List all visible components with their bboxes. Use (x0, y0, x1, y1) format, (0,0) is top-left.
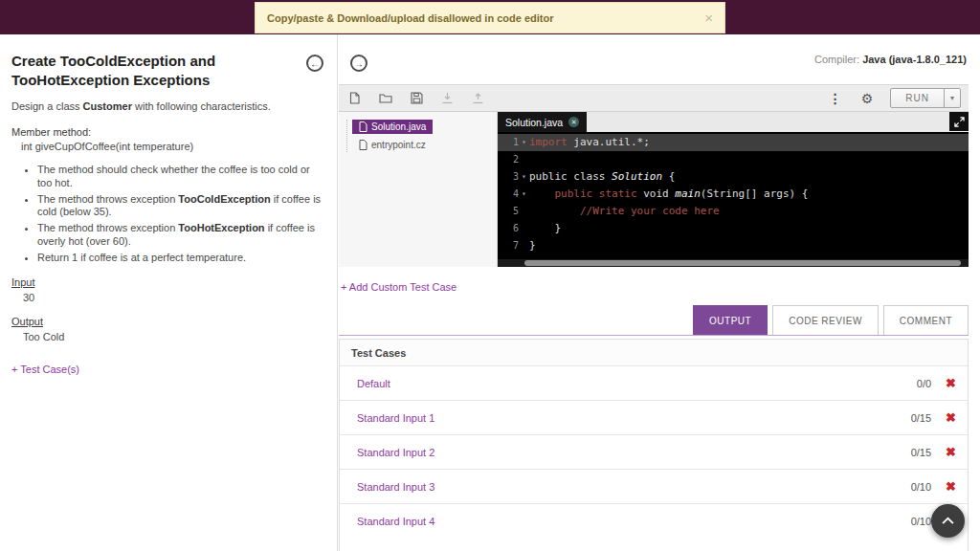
download-icon[interactable] (441, 92, 454, 104)
member-method-signature: int giveCupOfCoffee(int temperature) (21, 141, 323, 152)
test-case-link[interactable]: Standard Input 2 (357, 447, 434, 458)
code-line[interactable]: 2 (498, 151, 969, 168)
collapse-panel-right-icon[interactable]: → (350, 55, 368, 72)
test-case-score: 0/10 (911, 516, 931, 527)
fold-caret-icon[interactable]: ▾ (519, 168, 529, 186)
line-number: 6 (498, 220, 519, 237)
editor-panel: → Compiler: Java (java-1.8.0_121) ⋮ (339, 34, 980, 551)
output-value: Too Cold (23, 331, 323, 342)
test-case-list: Default0/0✖Standard Input 10/15✖Standard… (340, 365, 968, 538)
test-case-row[interactable]: Standard Input 10/15✖ (340, 400, 968, 434)
code-line[interactable]: 3▾public class Solution { (498, 168, 969, 186)
test-case-link[interactable]: Standard Input 4 (357, 516, 434, 527)
editor-toolbar: ⋮ ⚙ RUN ▾ (339, 84, 969, 112)
test-case-row[interactable]: Default0/0✖ (340, 365, 968, 400)
file-tree: Solution.java entrypoint.cz (339, 112, 498, 267)
test-case-score: 0/15 (911, 412, 931, 424)
line-number: 1 (498, 134, 519, 151)
code-text: import java.util.*; (529, 134, 650, 151)
fail-icon: ✖ (946, 377, 956, 389)
compiler-value: Java (java-1.8.0_121) (862, 54, 967, 65)
settings-gear-icon[interactable]: ⚙ (861, 91, 874, 106)
fold-spacer (519, 220, 529, 237)
run-dropdown-caret-icon[interactable]: ▾ (944, 89, 960, 107)
file-item-entrypoint[interactable]: entrypoint.cz (352, 138, 433, 152)
line-number: 3 (498, 168, 519, 186)
line-number: 5 (498, 203, 519, 220)
code-line[interactable]: 6 } (498, 220, 969, 237)
fullscreen-icon[interactable] (949, 112, 969, 131)
fold-spacer (519, 203, 529, 220)
bullet-item: Return 1 if coffee is at a perfect tempe… (37, 252, 323, 265)
collapse-panel-left-icon[interactable]: ← (306, 55, 323, 72)
code-line[interactable]: 5 //Write your code here (498, 203, 969, 220)
code-line[interactable]: 1▾import java.util.*; (498, 134, 969, 151)
editor-workspace: Solution.java entrypoint.cz Solution.jav… (339, 112, 969, 267)
code-text: } (529, 220, 561, 237)
tab-output[interactable]: OUTPUT (693, 305, 768, 335)
test-case-link[interactable]: Standard Input 1 (357, 412, 434, 424)
kebab-menu-icon[interactable]: ⋮ (829, 91, 842, 106)
code-text: } (529, 237, 536, 254)
file-icon (359, 121, 368, 132)
test-case-row[interactable]: Standard Input 30/10✖ (340, 469, 968, 503)
problem-intro: Design a class Customer with following c… (11, 100, 323, 112)
run-button-label[interactable]: RUN (891, 93, 944, 103)
test-case-row[interactable]: Standard Input 20/15✖ (340, 434, 968, 469)
tab-comment[interactable]: COMMENT (883, 305, 969, 335)
test-case-score: 0/10 (911, 481, 931, 493)
input-label: Input (11, 276, 323, 288)
code-lines[interactable]: 1▾import java.util.*;23▾public class Sol… (498, 132, 969, 259)
notification-banner: Copy/paste & Download/upload disallowed … (255, 2, 725, 33)
bullet-item: The method throws exception TooHotExcept… (37, 222, 323, 249)
file-name: entrypoint.cz (371, 140, 426, 150)
input-value: 30 (23, 292, 323, 303)
tab-code-review[interactable]: CODE REVIEW (772, 305, 879, 335)
code-text: public static void main(String[] args) { (529, 186, 808, 203)
new-file-icon[interactable] (348, 92, 361, 104)
member-method-label: Member method: (11, 126, 323, 138)
member-method-block: Member method: int giveCupOfCoffee(int t… (11, 126, 323, 152)
fail-icon: ✖ (946, 480, 956, 493)
code-text: //Write your code here (529, 203, 720, 220)
test-case-row[interactable]: Standard Input 40/10✖ (340, 503, 968, 538)
fold-spacer (519, 151, 529, 168)
fail-icon: ✖ (946, 411, 956, 424)
editor-tab-label: Solution.java (505, 117, 563, 128)
file-item-solution[interactable]: Solution.java (352, 120, 433, 134)
save-icon[interactable] (411, 92, 423, 104)
code-line[interactable]: 7} (498, 237, 969, 254)
fold-caret-icon[interactable]: ▾ (519, 134, 529, 151)
compiler-label: Compiler: (814, 54, 862, 65)
open-folder-icon[interactable] (379, 92, 392, 104)
code-editor: Solution.java ✕ 1▾import java.util.*;23▾… (498, 112, 969, 267)
run-button[interactable]: RUN ▾ (890, 88, 961, 108)
fold-spacer (519, 237, 529, 254)
test-case-link[interactable]: Standard Input 3 (357, 481, 434, 493)
output-tab-bar: OUTPUT CODE REVIEW COMMENT (339, 305, 969, 336)
file-name: Solution.java (371, 121, 426, 132)
fold-caret-icon[interactable]: ▾ (519, 186, 529, 203)
test-case-score: 0/0 (917, 378, 931, 389)
test-cases-link[interactable]: + Test Case(s) (11, 364, 323, 375)
editor-hscrollbar[interactable] (498, 259, 969, 267)
tab-close-icon[interactable]: ✕ (568, 117, 579, 127)
editor-tab[interactable]: Solution.java ✕ (498, 112, 587, 132)
add-custom-test-case-link[interactable]: + Add Custom Test Case (341, 281, 969, 293)
line-number: 4 (498, 186, 519, 203)
code-line[interactable]: 4▾ public static void main(String[] args… (498, 186, 969, 203)
close-icon[interactable]: × (704, 11, 713, 25)
test-case-link[interactable]: Default (357, 378, 390, 389)
compiler-info: Compiler: Java (java-1.8.0_121) (814, 54, 967, 65)
line-number: 7 (498, 237, 519, 254)
assessment-page: Copy/paste & Download/upload disallowed … (0, 0, 980, 551)
scroll-top-button[interactable] (931, 504, 965, 538)
test-cases-box: Test Cases Default0/0✖Standard Input 10/… (339, 339, 969, 551)
scrollbar-thumb[interactable] (524, 260, 961, 266)
test-case-score: 0/15 (911, 447, 931, 458)
banner-message: Copy/paste & Download/upload disallowed … (267, 12, 553, 24)
file-icon (359, 140, 368, 150)
upload-icon[interactable] (472, 92, 484, 104)
problem-title: Create TooColdException and TooHotExcept… (11, 52, 285, 89)
editor-header: → Compiler: Java (java-1.8.0_121) (339, 34, 969, 84)
